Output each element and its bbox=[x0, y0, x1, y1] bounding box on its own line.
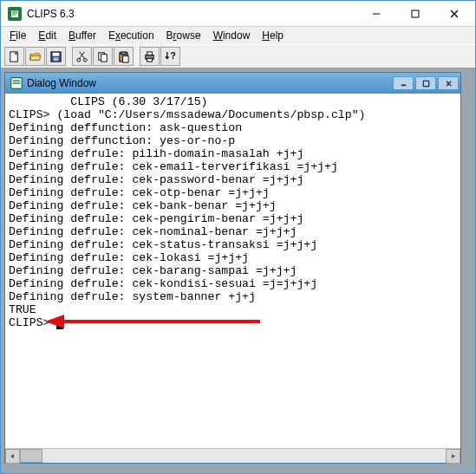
main-titlebar: CLIPS 6.3 bbox=[1, 1, 475, 27]
scroll-left-button[interactable] bbox=[5, 449, 20, 464]
minimize-button[interactable] bbox=[356, 2, 395, 26]
horizontal-scrollbar[interactable] bbox=[5, 448, 460, 463]
dialog-minimize-button[interactable] bbox=[393, 76, 414, 90]
svg-text:?: ? bbox=[171, 51, 176, 61]
toolbar: ? bbox=[1, 44, 475, 68]
svg-rect-7 bbox=[54, 57, 59, 61]
open-button[interactable] bbox=[25, 47, 45, 66]
menu-help[interactable]: Help bbox=[257, 28, 289, 43]
window-controls bbox=[356, 2, 473, 26]
menu-window[interactable]: Window bbox=[208, 28, 256, 43]
menu-execution[interactable]: Execution bbox=[103, 28, 160, 43]
svg-rect-13 bbox=[101, 54, 108, 61]
menubar: File Edit Buffer Execution Browse Window… bbox=[1, 27, 475, 44]
cut-button[interactable] bbox=[72, 47, 92, 66]
window-title: CLIPS 6.3 bbox=[27, 8, 356, 20]
scroll-track[interactable] bbox=[20, 449, 446, 463]
scroll-thumb[interactable] bbox=[20, 449, 42, 463]
new-button[interactable] bbox=[4, 47, 24, 66]
app-icon bbox=[8, 7, 22, 21]
menu-buffer[interactable]: Buffer bbox=[63, 28, 101, 43]
svg-rect-25 bbox=[423, 81, 428, 86]
svg-marker-30 bbox=[10, 454, 14, 458]
scroll-right-button[interactable] bbox=[446, 449, 460, 464]
svg-rect-19 bbox=[147, 58, 153, 62]
menu-edit[interactable]: Edit bbox=[33, 28, 62, 43]
svg-rect-18 bbox=[147, 51, 153, 55]
svg-rect-6 bbox=[53, 52, 60, 55]
svg-point-10 bbox=[77, 58, 81, 62]
print-button[interactable] bbox=[140, 47, 160, 66]
console-output[interactable]: CLIPS (6.30 3/17/15) CLIPS> (load "C:/Us… bbox=[5, 94, 460, 447]
dialog-window: Dialog Window CLIPS (6.30 3/17/15) CLIPS… bbox=[4, 72, 461, 464]
dialog-controls bbox=[393, 76, 459, 90]
menu-file[interactable]: File bbox=[4, 28, 31, 43]
dialog-titlebar[interactable]: Dialog Window bbox=[5, 73, 460, 94]
save-button[interactable] bbox=[46, 47, 66, 66]
dialog-maximize-button[interactable] bbox=[415, 76, 436, 90]
svg-rect-16 bbox=[123, 55, 129, 62]
menu-browse[interactable]: Browse bbox=[161, 28, 206, 43]
svg-rect-15 bbox=[121, 51, 127, 54]
text-cursor bbox=[56, 317, 63, 329]
svg-point-11 bbox=[83, 58, 87, 62]
copy-button[interactable] bbox=[93, 47, 113, 66]
context-help-button[interactable]: ? bbox=[160, 47, 180, 66]
paste-button[interactable] bbox=[114, 47, 134, 66]
close-button[interactable] bbox=[434, 2, 473, 26]
dialog-title: Dialog Window bbox=[27, 77, 393, 89]
svg-rect-1 bbox=[412, 10, 419, 17]
dialog-icon bbox=[10, 77, 23, 89]
mdi-client-area: Dialog Window CLIPS (6.30 3/17/15) CLIPS… bbox=[1, 68, 475, 473]
dialog-close-button[interactable] bbox=[438, 76, 459, 90]
maximize-button[interactable] bbox=[395, 2, 434, 26]
svg-marker-31 bbox=[452, 454, 455, 458]
